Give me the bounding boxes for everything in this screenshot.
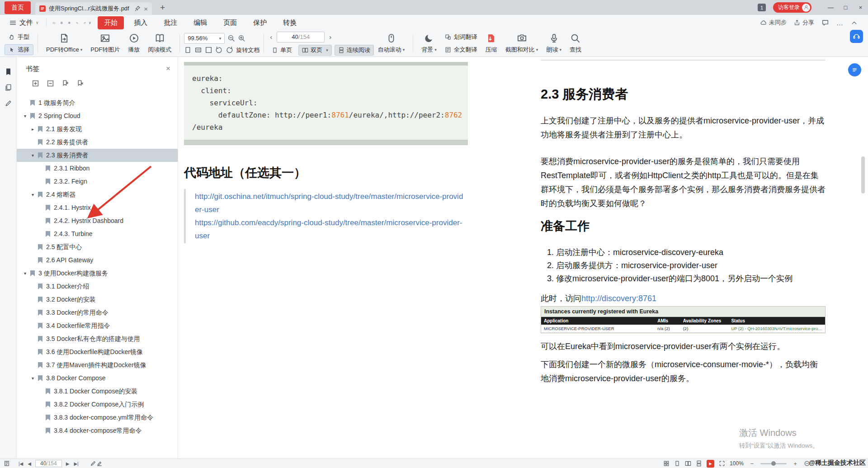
- bookmark-item[interactable]: ▾3.8 Docker Compose: [17, 372, 178, 385]
- repo-link[interactable]: http://git.oschina.net/itmuch/spring-clo…: [195, 190, 464, 216]
- zoom-in-icon[interactable]: [238, 34, 245, 42]
- bookmark-item[interactable]: ▾2 Spring Cloud: [17, 109, 178, 123]
- file-menu-button[interactable]: 文件 ∨: [5, 19, 42, 27]
- zoom-slider[interactable]: [760, 463, 787, 464]
- bookmark-item[interactable]: 2.4.2. Hystrix Dashboard: [17, 214, 178, 227]
- zoom-out-button[interactable]: −: [748, 460, 756, 467]
- comment-bubble-icon[interactable]: [821, 19, 829, 27]
- collapse-all-icon[interactable]: [47, 80, 54, 87]
- fit-page-icon[interactable]: [184, 46, 192, 54]
- zoom-in-button[interactable]: +: [791, 460, 799, 467]
- sync-status[interactable]: 未同步: [760, 19, 787, 27]
- collapse-ribbon-icon[interactable]: [850, 19, 858, 27]
- share-button[interactable]: 分享: [794, 19, 814, 27]
- single-page-view-icon[interactable]: [674, 460, 680, 467]
- document-tab[interactable]: 使用SpringCl...r实战微服务.pdf ×: [35, 2, 152, 15]
- bookmark-item[interactable]: ▾2.4 熔断器: [17, 188, 178, 201]
- highlighter-icon[interactable]: [96, 460, 103, 467]
- undo-icon[interactable]: [73, 19, 81, 27]
- background-button[interactable]: 背景▾: [417, 33, 441, 54]
- play-button[interactable]: 播放: [124, 33, 144, 54]
- page-number-input[interactable]: 40 /154: [277, 32, 325, 43]
- add-bookmark-icon[interactable]: [61, 80, 69, 87]
- bookmark-item[interactable]: 3.5 Docker私有仓库的搭建与使用: [17, 332, 178, 345]
- fullscreen-icon[interactable]: [719, 460, 725, 467]
- bookmark-item-selected[interactable]: ▾2.3 服务消费者: [17, 149, 178, 162]
- auto-scroll-button[interactable]: 自动滚动▾: [374, 33, 409, 54]
- tab-insert[interactable]: 插入: [127, 16, 154, 29]
- word-translate-button[interactable]: 划词翻译: [441, 32, 481, 43]
- bookmark-item[interactable]: 1 微服务简介: [17, 96, 178, 109]
- expand-arrow-icon[interactable]: ▾: [32, 376, 38, 381]
- delete-bookmark-icon[interactable]: [76, 80, 84, 87]
- save-icon[interactable]: [58, 19, 66, 27]
- expand-arrow-icon[interactable]: ▾: [32, 192, 38, 197]
- last-page-icon[interactable]: ▶|: [71, 461, 80, 466]
- catalog-icon[interactable]: [4, 460, 10, 467]
- bookmark-item[interactable]: 3.8.2 Docker Compose入门示例: [17, 398, 178, 411]
- bookmark-panel-icon[interactable]: [5, 68, 12, 76]
- bookmark-item[interactable]: 3.3 Docker的常用命令: [17, 306, 178, 319]
- thumbnail-panel-icon[interactable]: [5, 84, 12, 91]
- open-file-icon[interactable]: [50, 19, 58, 27]
- close-button[interactable]: ×: [853, 0, 868, 15]
- first-page-icon[interactable]: |◀: [16, 461, 25, 466]
- actual-size-icon[interactable]: [205, 46, 212, 54]
- bookmark-item[interactable]: 3.8.3 docker-compose.yml常用命令: [17, 411, 178, 424]
- tab-comment[interactable]: 批注: [157, 16, 184, 29]
- tab-page[interactable]: 页面: [217, 16, 243, 29]
- play-button[interactable]: ▶: [707, 460, 714, 468]
- bookmark-item[interactable]: 3.2 Docker的安装: [17, 293, 178, 306]
- bookmark-item[interactable]: 2.2 服务提供者: [17, 136, 178, 149]
- tab-protect[interactable]: 保护: [247, 16, 273, 29]
- new-tab-button[interactable]: +: [157, 3, 168, 13]
- double-page-button[interactable]: 双页 ▾: [298, 45, 332, 56]
- tab-convert[interactable]: 转换: [277, 16, 303, 29]
- zoom-out-icon[interactable]: [227, 34, 235, 42]
- rotate-doc-label[interactable]: 旋转文档: [236, 46, 259, 54]
- home-button[interactable]: 首页: [5, 1, 31, 14]
- expand-arrow-icon[interactable]: ▸: [32, 127, 38, 132]
- bookmark-item[interactable]: 3.1 Docker介绍: [17, 280, 178, 293]
- rotate-right-icon[interactable]: [226, 46, 233, 54]
- service-float-icon[interactable]: [850, 30, 863, 43]
- double-page-view-icon[interactable]: [685, 460, 691, 467]
- next-page-icon[interactable]: ›: [327, 33, 333, 41]
- full-translate-button[interactable]: 全文翻译: [441, 44, 481, 55]
- expand-arrow-icon[interactable]: ▾: [24, 271, 30, 276]
- more-icon[interactable]: …: [836, 19, 843, 27]
- bookmark-item[interactable]: 2.4.1. Hystrix: [17, 201, 178, 214]
- tab-home[interactable]: 开始: [98, 16, 124, 29]
- hand-tool-button[interactable]: 手型: [5, 32, 33, 43]
- discovery-link[interactable]: http://discovery:8761: [581, 294, 656, 303]
- annotation-panel-icon[interactable]: [5, 99, 12, 107]
- bookmark-item[interactable]: ▾3 使用Docker构建微服务: [17, 267, 178, 280]
- bookmark-item[interactable]: ▸2.1 服务发现: [17, 123, 178, 136]
- next-page-icon[interactable]: ▶: [64, 461, 72, 466]
- single-page-button[interactable]: 单页: [268, 45, 296, 56]
- pin-icon[interactable]: [134, 5, 141, 12]
- pen-icon[interactable]: [90, 460, 96, 467]
- snapshot-compare-button[interactable]: 截图和对比▾: [501, 33, 542, 54]
- bookmark-item[interactable]: 2.4.3. Turbine: [17, 227, 178, 241]
- pdf-to-office-button[interactable]: PDF转Office▾: [42, 33, 86, 54]
- zoom-slider-thumb[interactable]: [771, 461, 776, 466]
- redo-icon[interactable]: [81, 19, 89, 27]
- bookmark-item[interactable]: 3.7 使用Maven插件构建Docker镜像: [17, 359, 178, 372]
- find-button[interactable]: 查找: [566, 33, 585, 54]
- prev-page-icon[interactable]: ‹: [268, 33, 274, 41]
- expand-arrow-icon[interactable]: ▾: [32, 153, 38, 158]
- fit-width-icon[interactable]: [194, 46, 202, 54]
- bookmark-item[interactable]: 3.4 Dockerfile常用指令: [17, 319, 178, 332]
- bookmark-item[interactable]: 2.6 API Gateway: [17, 254, 178, 267]
- expand-arrow-icon[interactable]: ▾: [24, 113, 30, 118]
- scrollbar[interactable]: [860, 57, 866, 459]
- assistant-float-icon[interactable]: [848, 63, 861, 76]
- compress-button[interactable]: 压缩: [481, 33, 501, 54]
- bookmark-item[interactable]: 2.5 配置中心: [17, 241, 178, 254]
- page-number-input[interactable]: 40 /154: [35, 460, 62, 467]
- minimize-button[interactable]: —: [823, 0, 838, 15]
- tab-edit[interactable]: 编辑: [187, 16, 213, 29]
- rotate-left-icon[interactable]: [215, 46, 223, 54]
- notification-badge[interactable]: 1: [758, 4, 766, 11]
